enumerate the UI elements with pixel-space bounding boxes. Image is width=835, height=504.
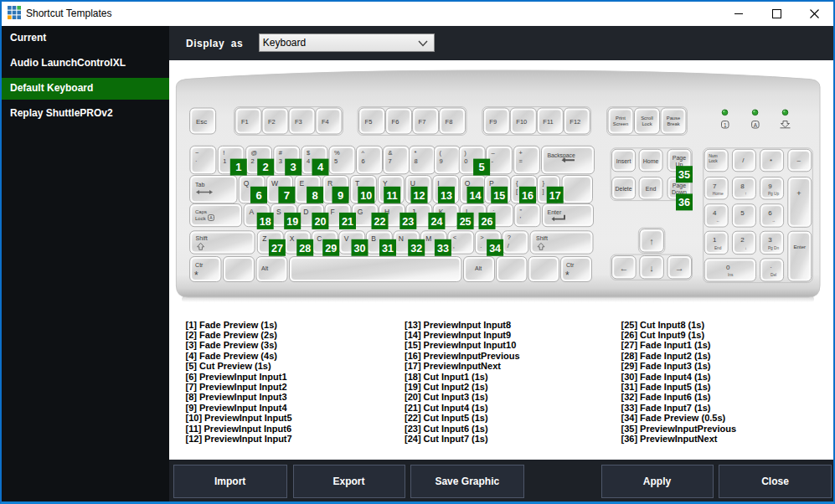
svg-text:8: 8	[312, 189, 317, 202]
svg-text:–: –	[797, 157, 801, 164]
svg-text:Page: Page	[673, 183, 686, 189]
svg-text:7: 7	[284, 189, 290, 202]
svg-text:G: G	[358, 208, 363, 216]
svg-text:X: X	[290, 234, 295, 243]
svg-text:End: End	[646, 186, 657, 192]
svg-text:→: →	[675, 263, 684, 273]
svg-text:23: 23	[402, 216, 414, 228]
svg-text:T: T	[355, 179, 359, 188]
svg-text:Home: Home	[643, 158, 659, 164]
svg-text:F4: F4	[322, 118, 329, 126]
svg-text:S: S	[276, 208, 281, 216]
svg-text:W: W	[271, 179, 278, 188]
svg-text:3: 3	[279, 157, 282, 165]
svg-text:,: ,	[453, 242, 455, 249]
svg-text:←: ←	[716, 219, 720, 223]
svg-text:Scroll: Scroll	[641, 116, 653, 121]
svg-text:C: C	[317, 234, 322, 243]
svg-text:27: 27	[271, 243, 283, 255]
svg-text:15: 15	[493, 190, 505, 202]
svg-text:+: +	[796, 189, 801, 198]
svg-text:·: ·	[770, 264, 772, 271]
svg-text:Alt: Alt	[475, 265, 482, 271]
svg-text:=: =	[518, 157, 523, 165]
svg-text:9: 9	[338, 189, 343, 202]
svg-text:F1: F1	[241, 118, 249, 126]
svg-text:16: 16	[522, 190, 533, 202]
svg-text:Shift: Shift	[536, 235, 548, 241]
svg-text:9: 9	[768, 183, 772, 190]
svg-text:←: ←	[619, 263, 628, 273]
svg-text:F11: F11	[543, 118, 553, 126]
svg-text:9: 9	[440, 157, 443, 165]
svg-text:Enter: Enter	[793, 244, 806, 249]
svg-text:26: 26	[482, 216, 493, 228]
svg-text:14: 14	[470, 190, 482, 202]
svg-text:11: 11	[387, 190, 398, 202]
svg-text:31: 31	[382, 243, 394, 255]
svg-text:3: 3	[768, 236, 772, 244]
svg-text:F5: F5	[365, 118, 373, 126]
svg-text:Del: Del	[771, 273, 776, 277]
svg-text:2: 2	[263, 161, 269, 173]
svg-text:Alt: Alt	[261, 265, 268, 271]
svg-text:Backspace: Backspace	[548, 152, 575, 159]
svg-text:*: *	[770, 157, 772, 165]
svg-text:5: 5	[478, 161, 484, 173]
svg-text:Screen: Screen	[613, 121, 628, 126]
svg-text:Page: Page	[673, 155, 686, 162]
svg-text:Enter: Enter	[548, 209, 562, 215]
svg-text:7: 7	[389, 157, 392, 165]
svg-text:10: 10	[360, 190, 372, 202]
svg-text:→: →	[771, 219, 776, 223]
svg-text:A: A	[754, 122, 758, 128]
svg-text:End: End	[714, 246, 722, 250]
svg-text:24: 24	[430, 216, 442, 228]
svg-text:↓: ↓	[649, 263, 654, 273]
svg-text:8: 8	[415, 157, 418, 165]
svg-text:F10: F10	[516, 118, 527, 126]
svg-text:F6: F6	[392, 118, 399, 126]
svg-text:0: 0	[464, 157, 467, 165]
svg-text:Print: Print	[616, 116, 626, 121]
svg-text:25: 25	[460, 216, 472, 228]
svg-text:Shift: Shift	[196, 235, 208, 241]
svg-text:22: 22	[374, 216, 386, 228]
svg-text:I: I	[437, 179, 439, 188]
svg-text:+: +	[518, 149, 523, 157]
svg-text:%: %	[334, 149, 340, 157]
svg-text:6: 6	[255, 189, 261, 202]
svg-text:17: 17	[549, 190, 561, 202]
svg-text:35: 35	[678, 169, 690, 181]
svg-text:6: 6	[362, 157, 365, 165]
svg-text:Pause: Pause	[667, 116, 680, 121]
svg-text:F8: F8	[446, 118, 453, 126]
svg-text:R: R	[327, 179, 332, 188]
svg-text:Tab: Tab	[195, 182, 204, 188]
svg-text:Insert: Insert	[616, 158, 631, 164]
svg-text:2: 2	[740, 236, 745, 244]
svg-text:O: O	[465, 179, 471, 188]
svg-text:8: 8	[740, 183, 745, 190]
svg-text:F3: F3	[295, 118, 302, 126]
svg-text:Home: Home	[713, 192, 724, 196]
svg-text:↑: ↑	[745, 192, 746, 196]
svg-text:P: P	[489, 179, 494, 188]
svg-text:32: 32	[410, 243, 422, 255]
svg-text:4: 4	[317, 161, 324, 173]
svg-text:F7: F7	[419, 118, 426, 126]
svg-text:4: 4	[307, 157, 310, 165]
svg-text:Lock: Lock	[195, 216, 207, 221]
svg-text:29: 29	[325, 243, 337, 255]
svg-text:1: 1	[235, 161, 241, 173]
svg-text:1: 1	[223, 157, 226, 165]
svg-text:19: 19	[286, 216, 298, 228]
svg-text:F2: F2	[268, 118, 276, 126]
svg-text:33: 33	[437, 243, 449, 255]
svg-text:Lock: Lock	[709, 158, 718, 163]
svg-text:Pg Up: Pg Up	[768, 192, 780, 196]
svg-text:B: B	[371, 234, 376, 243]
svg-text:36: 36	[678, 197, 690, 208]
svg-text:&: &	[389, 149, 393, 157]
svg-text:34: 34	[489, 243, 501, 255]
